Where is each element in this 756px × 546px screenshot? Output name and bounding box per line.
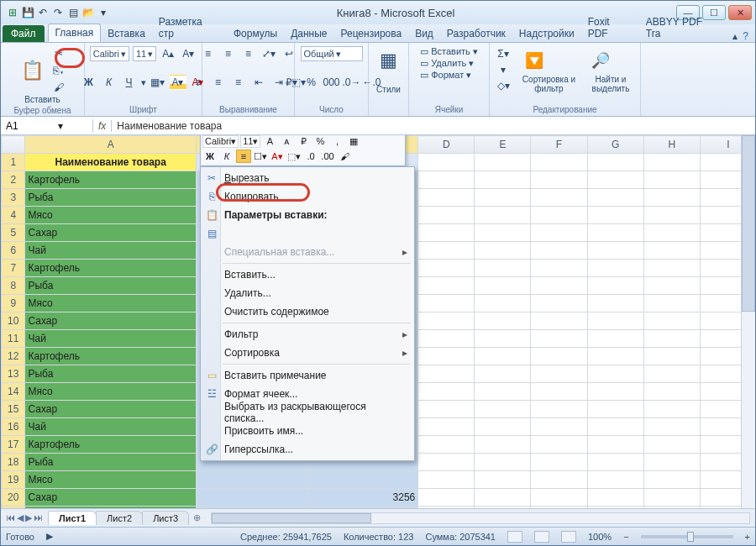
cell[interactable] [643,471,700,489]
row-header[interactable]: 19 [2,471,25,489]
ctx-comment[interactable]: ▭Вставить примечание [201,366,414,385]
help-icon[interactable]: ? [743,30,748,42]
zoom-level[interactable]: 100% [588,532,612,542]
cell[interactable] [196,471,307,489]
cell[interactable] [475,383,531,401]
cell[interactable]: Чай [25,330,196,348]
name-box-dropdown-icon[interactable]: ▾ [58,120,63,132]
cell[interactable] [587,401,643,418]
open-icon[interactable]: 📂 [81,6,95,19]
cell[interactable] [643,489,700,507]
sheet-tab-3[interactable]: Лист3 [142,511,189,525]
save-icon[interactable]: 💾 [21,6,34,19]
cell[interactable] [475,295,531,312]
cell[interactable] [587,418,643,436]
cell[interactable] [587,207,643,224]
row-header[interactable]: 15 [2,401,25,418]
formula-text[interactable]: Наименование товара [112,120,227,132]
cell[interactable] [531,260,587,277]
cells-insert[interactable]: ▭ Вставить ▾ [420,46,478,57]
horizontal-scroll-thumb[interactable] [212,513,371,523]
col-header-E[interactable]: E [475,136,531,154]
file-tab[interactable]: Файл [3,25,45,42]
align-middle-icon[interactable]: ≡ [220,46,237,61]
sheet-nav-next-icon[interactable]: ▶ [25,512,32,523]
cell[interactable]: Картофель [25,436,196,454]
row-header[interactable]: 8 [2,277,25,295]
tab-foxit[interactable]: Foxit PDF [581,13,639,42]
vertical-scroll-thumb[interactable] [742,135,755,312]
fill-color-icon[interactable]: A▾ [170,75,186,90]
minimize-ribbon-icon[interactable]: ▴ [732,30,738,42]
cell[interactable]: Рыба [25,365,196,383]
mini-currency-icon[interactable]: ₽ [296,135,311,148]
mini-border-icon[interactable]: ▦ [346,135,361,148]
cell[interactable] [418,418,475,436]
cell[interactable] [531,471,587,489]
cell[interactable] [475,330,531,348]
cell[interactable] [418,242,475,260]
close-button[interactable]: ✕ [728,5,752,20]
cell[interactable] [418,436,475,454]
cell[interactable] [643,436,700,454]
cell[interactable] [475,418,531,436]
cells-delete[interactable]: ▭ Удалить ▾ [420,58,474,69]
cell[interactable] [475,207,531,224]
row-header[interactable]: 18 [2,454,25,471]
cell[interactable] [587,189,643,207]
cell[interactable] [418,383,475,401]
cell[interactable] [418,312,475,330]
cell[interactable] [531,312,587,330]
cell[interactable] [531,277,587,295]
grow-font-icon[interactable]: A▴ [160,46,176,61]
find-select-icon[interactable]: 🔎 [586,46,615,75]
sheet-tab-1[interactable]: Лист1 [48,511,97,525]
copy-icon[interactable]: ⎘▾ [50,63,67,78]
mini-font-color-icon[interactable]: A▾ [270,150,285,163]
sheet-nav-last-icon[interactable]: ⏭ [34,512,43,523]
cell[interactable] [475,277,531,295]
cell[interactable] [531,224,587,242]
name-box-input[interactable] [4,119,55,133]
sheet-nav-first-icon[interactable]: ⏮ [6,512,15,523]
underline-button[interactable]: Ч [121,75,138,90]
cell[interactable] [643,260,700,277]
row-header[interactable]: 11 [2,330,25,348]
row-header[interactable]: 4 [2,207,25,224]
align-top-icon[interactable]: ≡ [200,46,217,61]
ctx-hyperlink[interactable]: 🔗Гиперссылка... [201,440,414,459]
cell[interactable] [643,189,700,207]
tab-insert[interactable]: Вставка [101,25,152,42]
cell[interactable] [418,365,475,383]
cell[interactable] [531,454,587,471]
cut-icon[interactable]: ✂ [50,46,67,61]
cell[interactable]: Мясо [25,295,196,312]
row-header[interactable]: 13 [2,365,25,383]
cell[interactable] [531,418,587,436]
view-normal-icon[interactable] [507,531,522,543]
cell[interactable]: Сахар [25,401,196,418]
cell[interactable] [587,383,643,401]
cell[interactable] [643,312,700,330]
font-size-combo[interactable]: 11 ▾ [133,46,156,61]
font-name-combo[interactable]: Calibri ▾ [90,46,129,61]
cell[interactable]: Рыба [25,277,196,295]
cell[interactable] [418,171,475,189]
cell[interactable]: Мясо [25,207,196,224]
mini-percent-icon[interactable]: % [312,135,328,148]
cell[interactable] [418,207,475,224]
autosum-icon[interactable]: Σ▾ [495,46,512,61]
cell[interactable] [531,383,587,401]
cell[interactable]: 3256 [307,489,418,507]
cell[interactable] [475,454,531,471]
worksheet-grid[interactable]: A B C D E F G H I 1Наименование товараДа… [1,135,755,508]
cell[interactable] [587,242,643,260]
cell[interactable] [531,171,587,189]
col-header-G[interactable]: G [587,136,643,154]
cell[interactable] [643,207,700,224]
currency-icon[interactable]: ₽▾ [283,75,300,90]
cell[interactable] [418,189,475,207]
cell[interactable] [475,365,531,383]
sheet-nav-prev-icon[interactable]: ◀ [17,512,24,523]
cell[interactable] [531,348,587,365]
